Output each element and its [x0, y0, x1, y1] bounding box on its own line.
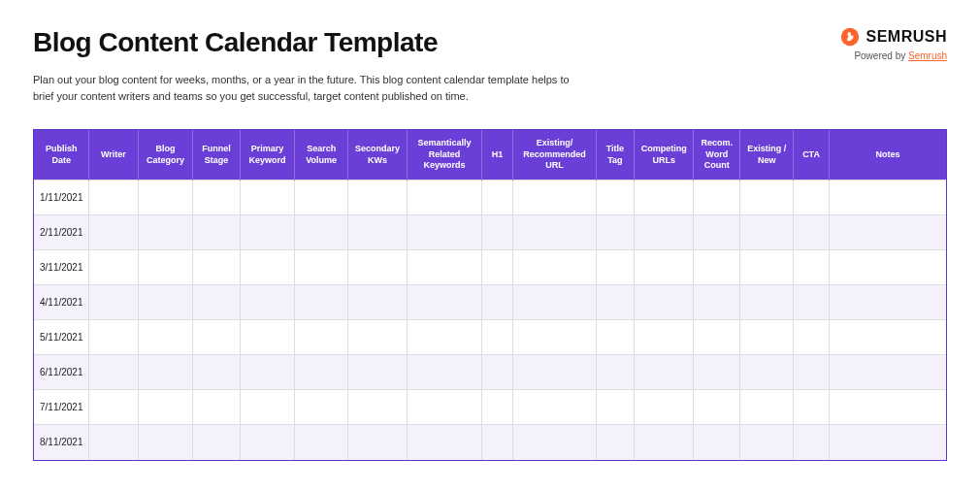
- cell-notes[interactable]: [830, 180, 946, 215]
- cell-semantic_keywords[interactable]: [408, 180, 482, 215]
- cell-writer[interactable]: [89, 390, 138, 425]
- cell-primary_keyword[interactable]: [240, 250, 295, 285]
- cell-primary_keyword[interactable]: [240, 355, 295, 390]
- cell-search_volume[interactable]: [295, 285, 348, 320]
- cell-semantic_keywords[interactable]: [408, 425, 482, 460]
- cell-writer[interactable]: [89, 180, 138, 215]
- cell-h1[interactable]: [481, 215, 513, 250]
- cell-search_volume[interactable]: [295, 355, 348, 390]
- cell-notes[interactable]: [830, 320, 946, 355]
- cell-secondary_kws[interactable]: [347, 215, 407, 250]
- cell-title_tag[interactable]: [596, 390, 634, 425]
- cell-title_tag[interactable]: [596, 285, 634, 320]
- cell-existing_new[interactable]: [740, 250, 794, 285]
- cell-funnel_stage[interactable]: [193, 390, 240, 425]
- cell-url[interactable]: [513, 425, 596, 460]
- cell-notes[interactable]: [830, 355, 946, 390]
- cell-publish_date[interactable]: 1/11/2021: [34, 180, 89, 215]
- cell-search_volume[interactable]: [295, 320, 348, 355]
- cell-blog_category[interactable]: [138, 320, 193, 355]
- cell-blog_category[interactable]: [138, 425, 193, 460]
- cell-title_tag[interactable]: [596, 355, 634, 390]
- cell-cta[interactable]: [793, 180, 829, 215]
- cell-existing_new[interactable]: [740, 320, 794, 355]
- cell-word_count[interactable]: [694, 250, 740, 285]
- cell-search_volume[interactable]: [295, 215, 348, 250]
- cell-title_tag[interactable]: [596, 425, 634, 460]
- cell-url[interactable]: [513, 180, 596, 215]
- cell-competing_urls[interactable]: [635, 180, 694, 215]
- cell-competing_urls[interactable]: [635, 355, 694, 390]
- cell-writer[interactable]: [89, 320, 138, 355]
- cell-publish_date[interactable]: 8/11/2021: [34, 425, 89, 460]
- cell-publish_date[interactable]: 5/11/2021: [34, 320, 89, 355]
- cell-search_volume[interactable]: [295, 180, 348, 215]
- cell-competing_urls[interactable]: [635, 390, 694, 425]
- cell-cta[interactable]: [793, 355, 829, 390]
- cell-secondary_kws[interactable]: [347, 390, 407, 425]
- cell-blog_category[interactable]: [138, 390, 193, 425]
- cell-primary_keyword[interactable]: [240, 320, 295, 355]
- cell-cta[interactable]: [793, 285, 829, 320]
- cell-secondary_kws[interactable]: [347, 320, 407, 355]
- cell-url[interactable]: [513, 320, 596, 355]
- cell-publish_date[interactable]: 3/11/2021: [34, 250, 89, 285]
- cell-title_tag[interactable]: [596, 320, 634, 355]
- cell-search_volume[interactable]: [295, 390, 348, 425]
- cell-primary_keyword[interactable]: [240, 215, 295, 250]
- cell-secondary_kws[interactable]: [347, 355, 407, 390]
- cell-competing_urls[interactable]: [635, 320, 694, 355]
- cell-h1[interactable]: [481, 250, 513, 285]
- cell-url[interactable]: [513, 390, 596, 425]
- cell-primary_keyword[interactable]: [240, 180, 295, 215]
- cell-h1[interactable]: [481, 425, 513, 460]
- cell-h1[interactable]: [481, 355, 513, 390]
- powered-by-link[interactable]: Semrush: [908, 50, 947, 61]
- cell-h1[interactable]: [481, 320, 513, 355]
- cell-secondary_kws[interactable]: [347, 285, 407, 320]
- cell-semantic_keywords[interactable]: [408, 320, 482, 355]
- cell-secondary_kws[interactable]: [347, 250, 407, 285]
- cell-existing_new[interactable]: [740, 425, 794, 460]
- cell-cta[interactable]: [793, 320, 829, 355]
- cell-blog_category[interactable]: [138, 180, 193, 215]
- cell-word_count[interactable]: [694, 180, 740, 215]
- cell-writer[interactable]: [89, 215, 138, 250]
- cell-word_count[interactable]: [694, 425, 740, 460]
- cell-competing_urls[interactable]: [635, 285, 694, 320]
- cell-cta[interactable]: [793, 250, 829, 285]
- cell-word_count[interactable]: [694, 390, 740, 425]
- cell-funnel_stage[interactable]: [193, 250, 240, 285]
- cell-secondary_kws[interactable]: [347, 180, 407, 215]
- cell-writer[interactable]: [89, 355, 138, 390]
- cell-publish_date[interactable]: 6/11/2021: [34, 355, 89, 390]
- cell-notes[interactable]: [830, 390, 946, 425]
- cell-writer[interactable]: [89, 250, 138, 285]
- cell-existing_new[interactable]: [740, 285, 794, 320]
- cell-semantic_keywords[interactable]: [408, 355, 482, 390]
- cell-funnel_stage[interactable]: [193, 355, 240, 390]
- cell-primary_keyword[interactable]: [240, 390, 295, 425]
- cell-word_count[interactable]: [694, 285, 740, 320]
- cell-funnel_stage[interactable]: [193, 425, 240, 460]
- cell-cta[interactable]: [793, 425, 829, 460]
- cell-blog_category[interactable]: [138, 285, 193, 320]
- cell-writer[interactable]: [89, 285, 138, 320]
- cell-word_count[interactable]: [694, 320, 740, 355]
- cell-search_volume[interactable]: [295, 250, 348, 285]
- cell-title_tag[interactable]: [596, 180, 634, 215]
- cell-semantic_keywords[interactable]: [408, 250, 482, 285]
- cell-funnel_stage[interactable]: [193, 215, 240, 250]
- cell-notes[interactable]: [830, 215, 946, 250]
- cell-funnel_stage[interactable]: [193, 320, 240, 355]
- cell-existing_new[interactable]: [740, 180, 794, 215]
- cell-h1[interactable]: [481, 285, 513, 320]
- cell-primary_keyword[interactable]: [240, 425, 295, 460]
- cell-url[interactable]: [513, 250, 596, 285]
- cell-blog_category[interactable]: [138, 215, 193, 250]
- cell-writer[interactable]: [89, 425, 138, 460]
- cell-url[interactable]: [513, 355, 596, 390]
- cell-existing_new[interactable]: [740, 215, 794, 250]
- cell-competing_urls[interactable]: [635, 250, 694, 285]
- cell-title_tag[interactable]: [596, 215, 634, 250]
